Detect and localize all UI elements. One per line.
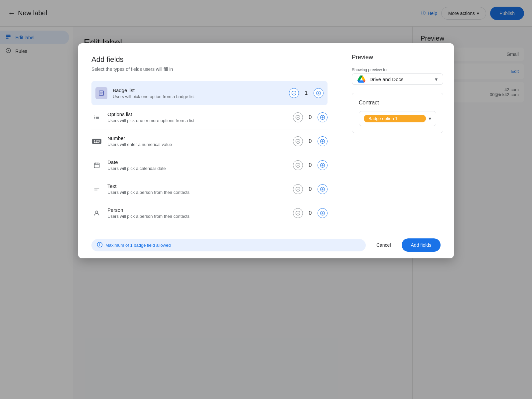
- text-name: Text: [107, 183, 288, 189]
- info-icon: [97, 242, 103, 249]
- options-list-increment[interactable]: [318, 112, 328, 122]
- contract-card: Contract Badge option 1 ▾: [352, 93, 443, 133]
- field-row-options-list: Options list Users will pick one or more…: [91, 105, 328, 129]
- date-desc: Users will pick a calendar date: [107, 166, 288, 171]
- field-row-text: Text Users will pick a person from their…: [91, 177, 328, 201]
- person-count: 0: [308, 210, 313, 216]
- info-text: Maximum of 1 badge field allowed: [105, 243, 171, 248]
- number-controls: 0: [293, 136, 328, 146]
- dialog-subtitle: Select the types of fields users will fi…: [91, 66, 328, 72]
- date-info: Date Users will pick a calendar date: [107, 159, 288, 171]
- svg-rect-31: [98, 162, 98, 163]
- field-row-badge-list: Badge list Users will pick one option fr…: [91, 81, 328, 105]
- badge-dropdown-chevron-icon: ▾: [429, 115, 431, 122]
- drive-docs-label: Drive and Docs: [369, 76, 431, 82]
- options-list-count: 0: [308, 114, 313, 120]
- text-decrement[interactable]: [293, 184, 303, 194]
- svg-point-13: [94, 115, 95, 116]
- add-fields-dialog: Add fields Select the types of fields us…: [78, 43, 454, 258]
- person-decrement[interactable]: [293, 208, 303, 218]
- dialog-title: Add fields: [91, 55, 328, 64]
- number-increment[interactable]: [318, 136, 328, 146]
- person-name: Person: [107, 207, 288, 213]
- contract-title: Contract: [359, 100, 436, 106]
- svg-rect-28: [322, 140, 323, 142]
- svg-rect-25: [297, 141, 299, 141]
- number-info: Number Users will enter a numerical valu…: [107, 135, 288, 147]
- badge-list-increment[interactable]: [314, 88, 324, 98]
- dialog-preview-panel: Preview Showing preview for Drive and Do…: [341, 43, 454, 233]
- badge-list-decrement[interactable]: [289, 88, 299, 98]
- field-row-person: Person Users will pick a person from the…: [91, 201, 328, 225]
- number-name: Number: [107, 135, 288, 141]
- badge-list-icon: [95, 87, 107, 99]
- svg-rect-9: [293, 93, 295, 93]
- showing-preview-label: Showing preview for: [352, 67, 443, 72]
- dialog-footer: Maximum of 1 badge field allowed Cancel …: [78, 233, 454, 258]
- text-increment[interactable]: [318, 184, 328, 194]
- badge-list-count: 1: [304, 90, 309, 96]
- svg-rect-14: [96, 116, 99, 116]
- date-decrement[interactable]: [293, 160, 303, 170]
- person-info: Person Users will pick a person from the…: [107, 207, 288, 219]
- svg-rect-52: [99, 244, 100, 246]
- svg-rect-6: [100, 92, 103, 92]
- google-drive-icon: [357, 75, 365, 83]
- svg-rect-7: [100, 93, 102, 93]
- svg-rect-41: [297, 189, 299, 189]
- dialog-left-panel: Add fields Select the types of fields us…: [78, 43, 341, 233]
- svg-point-17: [94, 118, 95, 119]
- text-count: 0: [308, 186, 313, 192]
- text-desc: Users will pick a person from their cont…: [107, 190, 288, 195]
- preview-select[interactable]: Drive and Docs ▾: [352, 73, 443, 85]
- svg-rect-32: [94, 164, 99, 165]
- svg-point-15: [94, 117, 95, 118]
- badge-option-label: Badge option 1: [364, 115, 426, 122]
- date-controls: 0: [293, 160, 328, 170]
- field-row-number: 123 Number Users will enter a numerical …: [91, 129, 328, 153]
- svg-rect-18: [96, 118, 99, 119]
- svg-point-45: [96, 211, 98, 213]
- field-row-date: Date Users will pick a calendar date 0: [91, 153, 328, 177]
- add-fields-label: Add fields: [411, 242, 431, 248]
- text-controls: 0: [293, 184, 328, 194]
- svg-rect-29: [94, 163, 99, 168]
- svg-rect-37: [322, 164, 323, 166]
- svg-rect-50: [322, 212, 323, 214]
- options-list-decrement[interactable]: [293, 112, 303, 122]
- person-increment[interactable]: [318, 208, 328, 218]
- badge-list-name: Badge list: [113, 87, 284, 93]
- date-increment[interactable]: [318, 160, 328, 170]
- cancel-label: Cancel: [376, 242, 391, 248]
- options-list-info: Options list Users will pick one or more…: [107, 111, 288, 123]
- number-decrement[interactable]: [293, 136, 303, 146]
- options-list-controls: 0: [293, 112, 328, 122]
- date-count: 0: [308, 162, 313, 168]
- date-icon: [91, 160, 102, 171]
- svg-rect-47: [297, 213, 299, 213]
- svg-rect-12: [318, 92, 319, 94]
- add-fields-button[interactable]: Add fields: [402, 238, 441, 252]
- number-count: 0: [308, 138, 313, 144]
- svg-rect-38: [94, 189, 99, 189]
- svg-rect-16: [96, 117, 99, 118]
- svg-rect-44: [322, 188, 323, 190]
- badge-list-desc: Users will pick one option from a badge …: [113, 94, 284, 99]
- date-name: Date: [107, 159, 288, 165]
- svg-rect-34: [297, 165, 299, 165]
- svg-rect-30: [95, 162, 96, 163]
- svg-rect-39: [94, 190, 98, 190]
- badge-dropdown[interactable]: Badge option 1 ▾: [359, 111, 436, 126]
- svg-rect-20: [297, 117, 299, 117]
- dialog-body: Add fields Select the types of fields us…: [78, 43, 454, 233]
- select-chevron-icon: ▾: [435, 76, 438, 82]
- number-icon: 123: [91, 136, 102, 147]
- info-note: Maximum of 1 badge field allowed: [91, 239, 366, 251]
- badge-list-info: Badge list Users will pick one option fr…: [113, 87, 284, 99]
- cancel-button[interactable]: Cancel: [370, 239, 398, 251]
- showing-preview-container: Showing preview for Drive and Docs ▾: [352, 67, 443, 85]
- person-controls: 0: [293, 208, 328, 218]
- svg-point-53: [99, 243, 100, 244]
- options-list-name: Options list: [107, 111, 288, 117]
- person-icon: [91, 208, 102, 218]
